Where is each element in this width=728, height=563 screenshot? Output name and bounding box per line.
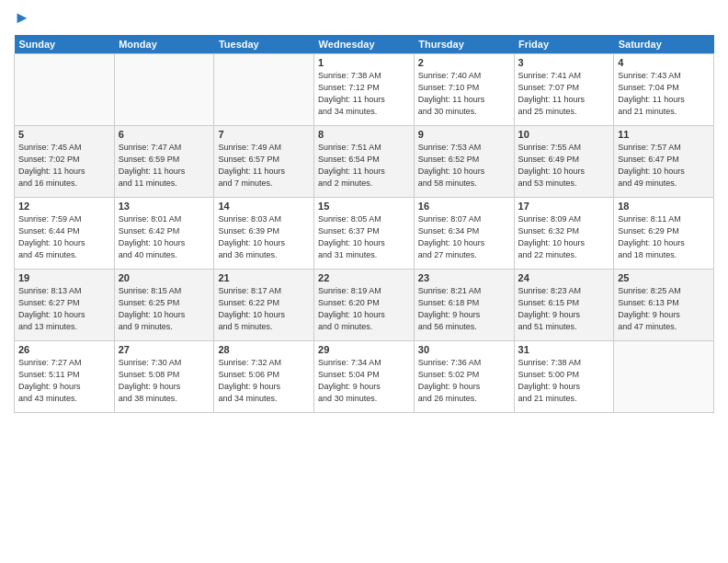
day-number: 25 <box>618 272 710 283</box>
calendar-day-cell <box>214 53 314 125</box>
calendar-day-cell: 20Sunrise: 8:15 AM Sunset: 6:25 PM Dayli… <box>114 269 214 340</box>
calendar-day-cell: 23Sunrise: 8:21 AM Sunset: 6:18 PM Dayli… <box>414 269 514 340</box>
day-info: Sunrise: 7:40 AM Sunset: 7:10 PM Dayligh… <box>418 70 510 118</box>
day-number: 3 <box>518 57 610 68</box>
day-info: Sunrise: 7:59 AM Sunset: 6:44 PM Dayligh… <box>18 213 110 261</box>
day-header-saturday: Saturday <box>614 35 714 54</box>
calendar-day-cell: 25Sunrise: 8:25 AM Sunset: 6:13 PM Dayli… <box>614 269 714 340</box>
day-header-thursday: Thursday <box>414 35 514 54</box>
calendar-day-cell: 19Sunrise: 8:13 AM Sunset: 6:27 PM Dayli… <box>15 269 115 340</box>
day-info: Sunrise: 7:55 AM Sunset: 6:49 PM Dayligh… <box>518 142 610 190</box>
day-number: 24 <box>518 272 610 283</box>
calendar-day-cell: 31Sunrise: 7:38 AM Sunset: 5:00 PM Dayli… <box>514 340 614 412</box>
day-info: Sunrise: 8:17 AM Sunset: 6:22 PM Dayligh… <box>218 285 310 333</box>
day-number: 17 <box>518 201 610 212</box>
calendar-week-row: 5Sunrise: 7:45 AM Sunset: 7:02 PM Daylig… <box>15 125 714 197</box>
day-info: Sunrise: 7:36 AM Sunset: 5:02 PM Dayligh… <box>418 357 510 405</box>
day-info: Sunrise: 8:23 AM Sunset: 6:15 PM Dayligh… <box>518 285 610 333</box>
calendar-header-row: SundayMondayTuesdayWednesdayThursdayFrid… <box>15 35 714 54</box>
day-info: Sunrise: 7:38 AM Sunset: 7:12 PM Dayligh… <box>318 70 410 118</box>
calendar-day-cell: 2Sunrise: 7:40 AM Sunset: 7:10 PM Daylig… <box>414 53 514 125</box>
day-number: 30 <box>418 344 510 355</box>
calendar-day-cell: 9Sunrise: 7:53 AM Sunset: 6:52 PM Daylig… <box>414 125 514 197</box>
calendar-day-cell: 12Sunrise: 7:59 AM Sunset: 6:44 PM Dayli… <box>15 197 115 269</box>
calendar-day-cell: 29Sunrise: 7:34 AM Sunset: 5:04 PM Dayli… <box>314 340 415 412</box>
day-info: Sunrise: 8:25 AM Sunset: 6:13 PM Dayligh… <box>618 285 710 333</box>
day-number: 12 <box>18 201 110 212</box>
day-header-monday: Monday <box>114 35 214 54</box>
header: ► <box>14 9 714 28</box>
logo: ► <box>14 9 30 28</box>
calendar-week-row: 19Sunrise: 8:13 AM Sunset: 6:27 PM Dayli… <box>15 269 714 340</box>
calendar-day-cell: 22Sunrise: 8:19 AM Sunset: 6:20 PM Dayli… <box>314 269 415 340</box>
day-info: Sunrise: 7:51 AM Sunset: 6:54 PM Dayligh… <box>318 142 410 190</box>
calendar-day-cell: 11Sunrise: 7:57 AM Sunset: 6:47 PM Dayli… <box>614 125 714 197</box>
calendar-day-cell <box>114 53 214 125</box>
day-info: Sunrise: 8:09 AM Sunset: 6:32 PM Dayligh… <box>518 213 610 261</box>
day-number: 11 <box>618 129 710 140</box>
day-number: 10 <box>518 129 610 140</box>
day-number: 8 <box>318 129 410 140</box>
day-number: 27 <box>119 344 210 355</box>
day-number: 7 <box>218 129 310 140</box>
calendar-table: SundayMondayTuesdayWednesdayThursdayFrid… <box>14 35 714 413</box>
day-number: 4 <box>618 57 710 68</box>
day-info: Sunrise: 8:13 AM Sunset: 6:27 PM Dayligh… <box>18 285 110 333</box>
logo-icon: ► <box>14 8 30 27</box>
calendar-day-cell: 10Sunrise: 7:55 AM Sunset: 6:49 PM Dayli… <box>514 125 614 197</box>
day-number: 21 <box>218 272 310 283</box>
calendar-week-row: 26Sunrise: 7:27 AM Sunset: 5:11 PM Dayli… <box>15 340 714 412</box>
day-number: 15 <box>318 201 410 212</box>
calendar-day-cell <box>614 340 714 412</box>
calendar-day-cell: 17Sunrise: 8:09 AM Sunset: 6:32 PM Dayli… <box>514 197 614 269</box>
calendar-day-cell: 7Sunrise: 7:49 AM Sunset: 6:57 PM Daylig… <box>214 125 314 197</box>
day-number: 16 <box>418 201 510 212</box>
day-info: Sunrise: 7:30 AM Sunset: 5:08 PM Dayligh… <box>119 357 210 405</box>
day-number: 29 <box>318 344 410 355</box>
day-number: 22 <box>318 272 410 283</box>
day-number: 1 <box>318 57 410 68</box>
calendar-day-cell: 1Sunrise: 7:38 AM Sunset: 7:12 PM Daylig… <box>314 53 415 125</box>
calendar-week-row: 12Sunrise: 7:59 AM Sunset: 6:44 PM Dayli… <box>15 197 714 269</box>
day-number: 26 <box>18 344 110 355</box>
day-info: Sunrise: 8:21 AM Sunset: 6:18 PM Dayligh… <box>418 285 510 333</box>
calendar-day-cell: 24Sunrise: 8:23 AM Sunset: 6:15 PM Dayli… <box>514 269 614 340</box>
day-info: Sunrise: 8:15 AM Sunset: 6:25 PM Dayligh… <box>119 285 210 333</box>
day-info: Sunrise: 7:53 AM Sunset: 6:52 PM Dayligh… <box>418 142 510 190</box>
day-number: 19 <box>18 272 110 283</box>
calendar-day-cell: 16Sunrise: 8:07 AM Sunset: 6:34 PM Dayli… <box>414 197 514 269</box>
calendar-day-cell <box>15 53 115 125</box>
calendar-day-cell: 21Sunrise: 8:17 AM Sunset: 6:22 PM Dayli… <box>214 269 314 340</box>
day-header-sunday: Sunday <box>15 35 115 54</box>
day-info: Sunrise: 8:11 AM Sunset: 6:29 PM Dayligh… <box>618 213 710 261</box>
day-header-wednesday: Wednesday <box>314 35 415 54</box>
day-info: Sunrise: 7:32 AM Sunset: 5:06 PM Dayligh… <box>218 357 310 405</box>
calendar-week-row: 1Sunrise: 7:38 AM Sunset: 7:12 PM Daylig… <box>15 53 714 125</box>
calendar-day-cell: 8Sunrise: 7:51 AM Sunset: 6:54 PM Daylig… <box>314 125 415 197</box>
calendar-day-cell: 6Sunrise: 7:47 AM Sunset: 6:59 PM Daylig… <box>114 125 214 197</box>
calendar-day-cell: 30Sunrise: 7:36 AM Sunset: 5:02 PM Dayli… <box>414 340 514 412</box>
day-header-tuesday: Tuesday <box>214 35 314 54</box>
calendar-day-cell: 15Sunrise: 8:05 AM Sunset: 6:37 PM Dayli… <box>314 197 415 269</box>
day-number: 23 <box>418 272 510 283</box>
calendar-day-cell: 26Sunrise: 7:27 AM Sunset: 5:11 PM Dayli… <box>15 340 115 412</box>
calendar-day-cell: 5Sunrise: 7:45 AM Sunset: 7:02 PM Daylig… <box>15 125 115 197</box>
day-number: 28 <box>218 344 310 355</box>
day-info: Sunrise: 8:05 AM Sunset: 6:37 PM Dayligh… <box>318 213 410 261</box>
day-info: Sunrise: 8:03 AM Sunset: 6:39 PM Dayligh… <box>218 213 310 261</box>
day-number: 31 <box>518 344 610 355</box>
day-number: 9 <box>418 129 510 140</box>
day-number: 6 <box>119 129 210 140</box>
day-info: Sunrise: 7:57 AM Sunset: 6:47 PM Dayligh… <box>618 142 710 190</box>
day-info: Sunrise: 7:43 AM Sunset: 7:04 PM Dayligh… <box>618 70 710 118</box>
calendar-day-cell: 3Sunrise: 7:41 AM Sunset: 7:07 PM Daylig… <box>514 53 614 125</box>
day-number: 2 <box>418 57 510 68</box>
day-info: Sunrise: 7:38 AM Sunset: 5:00 PM Dayligh… <box>518 357 610 405</box>
calendar-day-cell: 4Sunrise: 7:43 AM Sunset: 7:04 PM Daylig… <box>614 53 714 125</box>
day-info: Sunrise: 8:01 AM Sunset: 6:42 PM Dayligh… <box>119 213 210 261</box>
page-container: ► SundayMondayTuesdayWednesdayThursdayFr… <box>0 0 728 563</box>
day-number: 5 <box>18 129 110 140</box>
calendar-day-cell: 27Sunrise: 7:30 AM Sunset: 5:08 PM Dayli… <box>114 340 214 412</box>
day-number: 18 <box>618 201 710 212</box>
day-number: 14 <box>218 201 310 212</box>
